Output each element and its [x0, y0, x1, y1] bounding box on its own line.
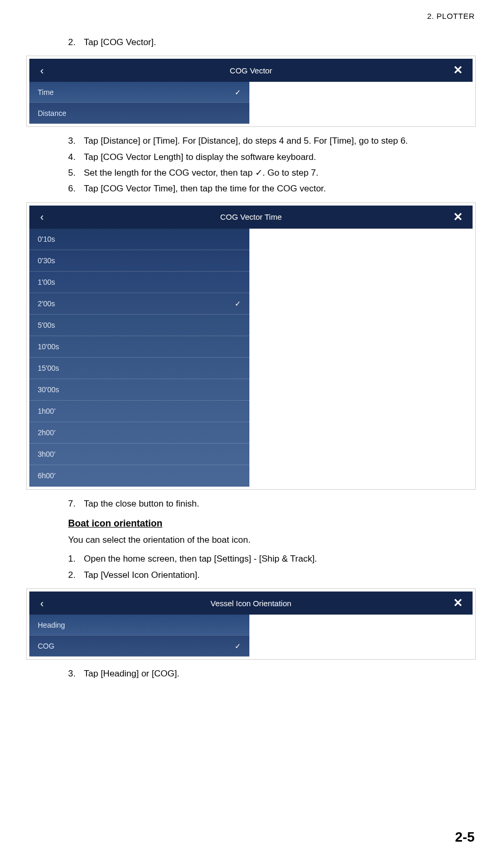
option-label: Heading	[38, 621, 65, 629]
option-label: 2'00s	[38, 299, 55, 308]
option-label: 30'00s	[38, 385, 59, 394]
steps-block-e: 3. Tap [Heading] or [COG].	[68, 667, 478, 681]
cog-vector-time-panel: ‹ COG Vector Time ✕ 0'10s 0'30s 1'00s 2'…	[26, 202, 476, 490]
step-text: Open the home screen, then tap [Settings…	[84, 552, 478, 566]
option-2h00[interactable]: 2h00'	[29, 422, 249, 444]
cog-vector-panel: ‹ COG Vector ✕ Time ✓ Distance	[26, 56, 476, 127]
page-header-section: 2. PLOTTER	[427, 12, 475, 20]
option-2-00s[interactable]: 2'00s ✓	[29, 293, 249, 315]
close-button[interactable]: ✕	[447, 59, 468, 82]
panel-titlebar: ‹ COG Vector Time ✕	[29, 206, 473, 229]
panel-title: Vessel Icon Orientation	[29, 599, 473, 608]
check-icon: ✓	[235, 642, 241, 650]
option-list: Heading COG ✓	[29, 615, 249, 657]
option-6h00[interactable]: 6h00'	[29, 465, 249, 487]
option-label: COG	[38, 642, 54, 650]
check-icon: ✓	[235, 299, 241, 308]
step-text: Tap the close button to finish.	[84, 497, 478, 511]
section-title-boat-icon-orientation: Boat icon orientation	[68, 518, 478, 529]
option-heading[interactable]: Heading	[29, 615, 249, 636]
step-number: 4.	[68, 150, 84, 164]
option-0-30s[interactable]: 0'30s	[29, 250, 249, 272]
step-item: 2. Tap [COG Vector].	[68, 36, 478, 49]
step-item: 1. Open the home screen, then tap [Setti…	[68, 552, 478, 566]
option-label: 0'10s	[38, 235, 55, 243]
option-label: Distance	[38, 109, 66, 117]
steps-block-a: 2. Tap [COG Vector].	[68, 36, 478, 49]
panel-title: COG Vector	[29, 66, 473, 75]
option-10-00s[interactable]: 10'00s	[29, 336, 249, 358]
close-button[interactable]: ✕	[447, 592, 468, 615]
option-label: 6h00'	[38, 471, 56, 480]
option-label: 2h00'	[38, 428, 56, 437]
option-label: 3h00'	[38, 450, 56, 458]
vessel-icon-orientation-panel: ‹ Vessel Icon Orientation ✕ Heading COG …	[26, 588, 476, 660]
step-item: 5. Set the length for the COG vector, th…	[68, 166, 478, 180]
option-list: Time ✓ Distance	[29, 82, 249, 124]
option-time[interactable]: Time ✓	[29, 82, 249, 103]
step-text: Tap [COG Vector Time], then tap the time…	[84, 182, 478, 196]
option-3h00[interactable]: 3h00'	[29, 444, 249, 465]
step-number: 2.	[68, 36, 84, 49]
step-text: Tap [Vessel Icon Orientation].	[84, 568, 478, 582]
step-number: 2.	[68, 568, 84, 582]
check-icon: ✓	[235, 88, 241, 96]
steps-block-c: 7. Tap the close button to finish. Boat …	[68, 497, 478, 582]
step-text: Tap [COG Vector Length] to display the s…	[84, 150, 478, 164]
step-item: 3. Tap [Distance] or [Time]. For [Distan…	[68, 134, 478, 148]
option-1h00[interactable]: 1h00'	[29, 401, 249, 422]
step-number: 5.	[68, 166, 84, 180]
step-number: 1.	[68, 552, 84, 566]
page-number: 2-5	[455, 829, 475, 845]
panel-titlebar: ‹ COG Vector ✕	[29, 59, 473, 82]
option-label: 5'00s	[38, 321, 55, 329]
step-number: 3.	[68, 134, 84, 148]
step-text: Tap [COG Vector].	[84, 36, 478, 49]
option-distance[interactable]: Distance	[29, 103, 249, 124]
steps-block-b: 3. Tap [Distance] or [Time]. For [Distan…	[68, 134, 478, 196]
option-label: 15'00s	[38, 364, 59, 372]
option-cog[interactable]: COG ✓	[29, 636, 249, 657]
step-text: Tap [Heading] or [COG].	[84, 667, 478, 681]
option-label: 10'00s	[38, 342, 59, 351]
option-1-00s[interactable]: 1'00s	[29, 272, 249, 293]
option-label: 1'00s	[38, 278, 55, 286]
step-text: Tap [Distance] or [Time]. For [Distance]…	[84, 134, 478, 148]
option-0-10s[interactable]: 0'10s	[29, 229, 249, 250]
step-item: 6. Tap [COG Vector Time], then tap the t…	[68, 182, 478, 196]
section-intro: You can select the orientation of the bo…	[68, 533, 478, 547]
step-number: 6.	[68, 182, 84, 196]
step-item: 3. Tap [Heading] or [COG].	[68, 667, 478, 681]
option-5-00s[interactable]: 5'00s	[29, 315, 249, 336]
step-number: 3.	[68, 667, 84, 681]
step-item: 7. Tap the close button to finish.	[68, 497, 478, 511]
option-label: 0'30s	[38, 256, 55, 265]
panel-titlebar: ‹ Vessel Icon Orientation ✕	[29, 592, 473, 615]
close-button[interactable]: ✕	[447, 206, 468, 229]
step-number: 7.	[68, 497, 84, 511]
option-15-00s[interactable]: 15'00s	[29, 358, 249, 379]
step-text: Set the length for the COG vector, then …	[84, 166, 478, 180]
panel-title: COG Vector Time	[29, 212, 473, 221]
step-item: 2. Tap [Vessel Icon Orientation].	[68, 568, 478, 582]
option-30-00s[interactable]: 30'00s	[29, 379, 249, 401]
option-label: 1h00'	[38, 407, 56, 415]
option-list: 0'10s 0'30s 1'00s 2'00s ✓ 5'00s 10'00s 1…	[29, 229, 249, 487]
option-label: Time	[38, 88, 54, 96]
step-item: 4. Tap [COG Vector Length] to display th…	[68, 150, 478, 164]
